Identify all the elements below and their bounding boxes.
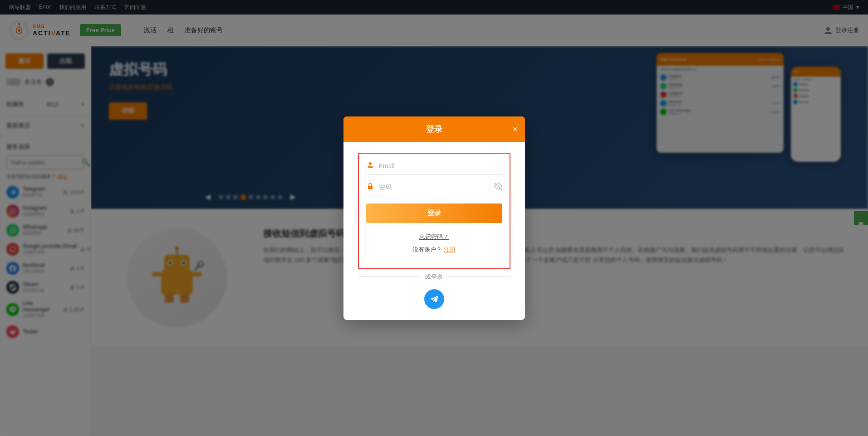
modal-close-button[interactable]: × xyxy=(513,125,518,133)
or-text: 或登录 xyxy=(425,273,443,281)
forgot-password-link[interactable]: 忘记密码？ xyxy=(359,233,510,241)
login-submit-button[interactable]: 登录 xyxy=(366,203,502,223)
user-icon xyxy=(366,161,374,171)
svg-rect-23 xyxy=(368,186,373,189)
modal-body: 登录 忘记密码？ 没有账户？ 注册 或登录 xyxy=(343,142,525,320)
no-account-text: 没有账户？ 注册 xyxy=(359,246,510,254)
modal-overlay: 登录 × xyxy=(0,0,868,436)
modal-header: 登录 × xyxy=(343,116,525,142)
login-modal: 登录 × xyxy=(343,116,525,320)
password-field-container xyxy=(366,182,502,196)
submit-area: 登录 xyxy=(359,196,510,233)
modal-title: 登录 xyxy=(426,124,442,135)
svg-point-22 xyxy=(369,162,372,165)
telegram-login-button[interactable] xyxy=(424,289,444,309)
or-line-left xyxy=(358,276,421,277)
password-input[interactable] xyxy=(379,184,490,191)
lock-icon xyxy=(366,182,374,192)
form-highlight-box: 登录 忘记密码？ 没有账户？ 注册 xyxy=(358,153,510,269)
or-divider: 或登录 xyxy=(358,273,510,281)
register-link[interactable]: 注册 xyxy=(444,246,456,253)
email-field-container xyxy=(366,161,502,175)
social-login-area xyxy=(358,289,510,309)
or-line-right xyxy=(447,276,510,277)
email-input[interactable] xyxy=(379,162,502,170)
password-toggle-icon[interactable] xyxy=(494,182,502,192)
